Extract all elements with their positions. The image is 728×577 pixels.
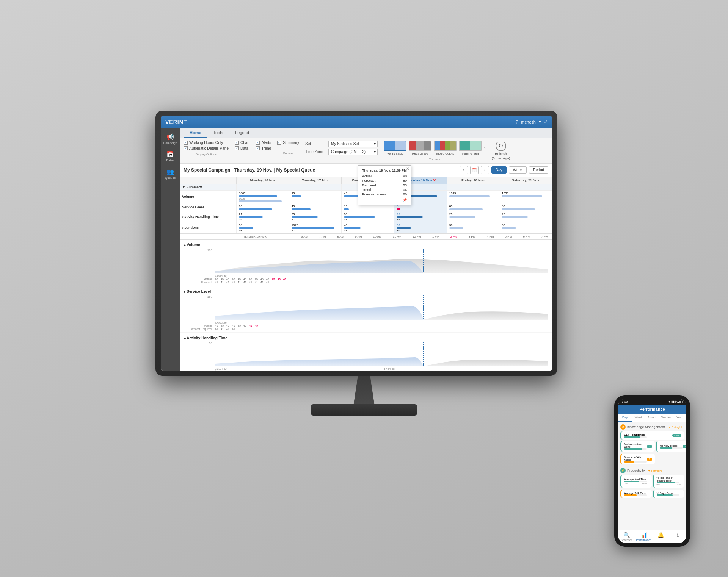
chart-volume-title[interactable]: Volume [184,241,548,249]
phone-nav-performance[interactable]: 📊 Performance [635,532,652,541]
phone-template-title: 117 Templates [624,433,647,436]
app: VERINT ? mchesh ▾ ⤢ 📢 [161,116,552,371]
tooltip-pin-button[interactable]: 📌 [362,198,407,202]
sidebar-item-campaign[interactable]: 📢 Campaign [162,131,178,147]
slr-v: 41 [220,328,225,330]
phone-tab-day[interactable]: Day [618,414,632,422]
period-period-button[interactable]: Period [529,166,548,174]
tab-legend[interactable]: Legend [229,128,255,138]
v-val: 45 [242,278,248,280]
nav-next-button[interactable]: › [481,166,489,174]
chart-label: Chart [240,141,249,145]
phone-all-made-progress [624,461,647,463]
data-checkbox[interactable] [235,146,239,150]
working-hours-checkbox-row[interactable]: Working Hours Only [184,141,229,145]
tab-tools[interactable]: Tools [207,128,229,138]
vf-val: 41 [220,281,225,284]
sl-v: 45 [214,324,219,327]
phone-prod-cards-row1: Average Wait Time 0% 100% % i [620,475,684,489]
tooltip-required-row: Required: 53 [362,183,407,188]
sidebar: 📢 Campaign 📅 Dates 👥 Queues [161,128,180,371]
theme-swatch-verint-green[interactable] [459,141,482,151]
phone-km-icon: ⚙ [620,424,626,430]
phone-days-progress [657,494,679,496]
phone-topics-progress [660,447,682,449]
ab-fri: 38 [447,222,500,233]
alerts-checkbox-row[interactable]: Alerts [256,141,271,145]
pin-icon[interactable]: 📌 [403,198,407,202]
summary-fri [447,184,500,190]
theme-verint-basic[interactable]: Verint Basic [384,141,406,155]
phone-tab-quarter[interactable]: Quarter [659,414,673,422]
themes-arrow-right[interactable]: › [484,145,486,151]
chart-sl-title[interactable]: Service Level [184,288,548,295]
chart-checkbox[interactable] [235,141,239,145]
phone-all-made-label: Number of All-Made [624,456,647,461]
phone-prod-cards-row2: Average Talk Time % Days Seen [620,490,684,499]
phone-content: ⚙ Knowledge Management ▼ Fortnight 117 T… [618,422,686,530]
data-checkbox-row[interactable]: Data [235,146,249,150]
phone-all-made-fill [624,461,634,463]
help-icon[interactable]: ? [516,120,518,124]
phone-wait-content: Average Wait Time 0% 100% [624,478,647,485]
phone-search-nav-icon: 🔍 [623,532,630,538]
chart-aht-title[interactable]: Activity Handling Time [184,335,548,342]
sidebar-item-queues[interactable]: 👥 Queues [162,166,178,182]
phone-nav-alerts[interactable]: 🔔 [652,532,669,541]
phone-nav-info[interactable]: ℹ [669,532,686,541]
time-axis-label: Thursday, 19 Nov. [242,235,301,238]
sl-y-label: 150 [184,295,214,299]
summary-tue [289,184,342,190]
tab-home[interactable]: Home [184,128,207,138]
phone-tab-year[interactable]: Year [673,414,686,422]
content-checkboxes-group: Chart Data [235,141,249,150]
time-1pm: 1 PM [432,235,439,238]
nav-calendar-button[interactable]: 📅 [470,166,479,174]
phone-tab-week[interactable]: Week [632,414,645,422]
theme-swatch-reds-greys[interactable] [409,141,431,151]
tooltip-close-button[interactable]: ✕ [406,167,409,171]
chart-checkbox-row[interactable]: Chart [235,141,249,145]
sl-v: 45 [220,324,225,327]
working-hours-checkbox[interactable] [184,141,188,145]
phone-nav-performance-label: Performance [636,539,651,541]
auto-details-checkbox-row[interactable]: Automatic Details Pane [184,146,229,150]
theme-mixed-colors[interactable]: Mixed Colors [434,141,457,155]
trend-checkbox[interactable] [256,146,260,150]
theme-reds-greys[interactable]: Reds Greys [409,141,431,155]
page-date: Thursday, 19 Nov. [234,167,273,173]
phone-idle-label: % idle Time of Staffed Time [657,477,682,482]
monitor: VERINT ? mchesh ▾ ⤢ 📢 [155,111,573,421]
sidebar-item-dates[interactable]: 📅 Dates [162,149,178,164]
theme-swatch-mixed-colors[interactable] [434,141,457,151]
vf-val: 41 [248,281,253,284]
theme-swatch-verint-basic[interactable] [384,141,406,151]
chart-sl-body: 150 (Absolute) [184,295,548,324]
ab-sat: 38 [499,222,552,233]
summary-checkbox-row[interactable]: Summary [277,141,299,145]
trend-checkbox-row[interactable]: Trend [256,146,271,150]
phone-tab-month[interactable]: Month [645,414,659,422]
sidebar-label-campaign: Campaign [163,141,177,145]
chart-aht-section: Activity Handling Time 50 [180,333,552,371]
nav-prev-button[interactable]: ‹ [460,166,468,174]
phone-prod-section-title: ⚡ Productivity ▼ Fortnight [620,468,684,473]
period-day-button[interactable]: Day [491,166,507,174]
vf-val: 41 [254,281,259,284]
alerts-checkbox[interactable] [256,141,260,145]
phone-idle-min: 0% [657,483,660,486]
phone-talk-label: Average Talk Time [624,492,647,494]
period-week-button[interactable]: Week [509,166,527,174]
refresh-button[interactable]: ↻ Refresh (5 min. Ago) [492,141,510,160]
set-group: Set My Statistics Set ▾ Time Zone [305,141,378,155]
themes-bottom-label: Themes [384,158,486,161]
time-2pm: 2 PM [450,235,458,238]
timezone-dropdown[interactable]: Campaign (GMT +2) ▾ [328,149,378,155]
phone-nav-searches[interactable]: 🔍 Searches [618,532,635,541]
auto-details-checkbox[interactable] [184,146,188,150]
theme-verint-green[interactable]: Verint Green [459,141,482,155]
phone-all-made-content: Number of All-Made [624,456,647,463]
summary-checkbox[interactable] [277,141,281,145]
statistics-set-dropdown[interactable]: My Statistics Set ▾ [328,141,378,147]
sl-v: 45 [237,324,242,327]
